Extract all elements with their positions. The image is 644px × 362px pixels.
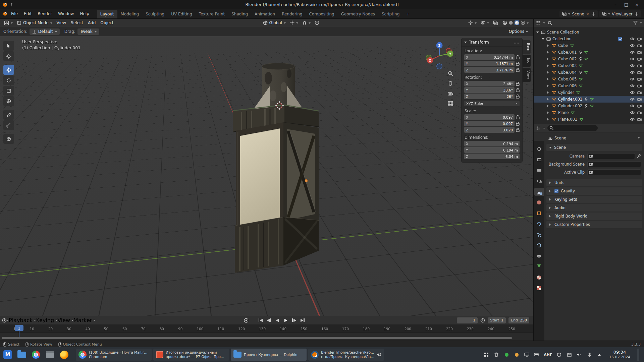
lock-icon[interactable] [516,62,520,66]
snap-magnet-toggle[interactable] [300,19,313,26]
expand-arrow-icon[interactable] [547,71,550,74]
lock-icon[interactable] [516,88,520,92]
eye-icon[interactable] [630,98,635,101]
object-name[interactable]: Plane.001 [558,117,577,122]
workspace-tab[interactable]: Shading [228,10,251,18]
proportional-edit-toggle[interactable] [313,19,321,26]
shading-rendered-icon[interactable] [521,20,525,25]
updates-status-icon[interactable] [503,352,509,358]
eye-icon[interactable] [630,37,635,41]
taskbar-window-button[interactable]: Итоговый индивидуальный проект.docx* — Р… [153,349,229,361]
drag-dropdown[interactable]: Tweak [77,28,99,35]
pan-hand-button[interactable] [447,80,454,87]
scene-section-header[interactable]: Scene [546,144,642,151]
rotate-tool[interactable] [3,75,14,85]
eye-icon[interactable] [630,57,635,61]
viewlayer-new-icon[interactable] [634,12,639,16]
eye-icon[interactable] [630,77,635,81]
lamp-model[interactable] [0,36,533,316]
camera-visibility-icon[interactable] [637,64,642,67]
number-field[interactable]: X-0.097 [464,114,515,120]
camera-visibility-icon[interactable] [637,77,642,81]
object-name[interactable]: Plane [558,110,569,115]
prev-keyframe-button[interactable] [265,317,273,324]
eye-icon[interactable] [630,51,635,54]
minimize-button[interactable]: – [611,1,620,8]
gizmo-z-neg-ball[interactable] [437,64,442,69]
app-launcher-icon[interactable]: M [2,349,13,360]
shield-icon[interactable] [556,352,562,358]
viewlayer-name[interactable]: ViewLayer [612,12,633,16]
number-field[interactable]: Y0.097 [464,121,515,126]
eye-icon[interactable] [630,71,635,74]
eye-icon[interactable] [630,84,635,87]
timeline-menu-item[interactable]: View [57,317,73,323]
number-field[interactable]: Z6.04 m [464,154,520,159]
outliner-object-row[interactable]: Cylinder.002 [534,103,644,109]
camera-visibility-icon[interactable] [637,84,642,87]
outliner-object-row[interactable]: Cylinder.001 [534,96,644,103]
outliner-object-row[interactable]: Cube.002 [534,56,644,62]
camera-visibility-icon[interactable] [637,104,642,108]
properties-editor-icon[interactable] [536,126,541,130]
workspace-tab[interactable]: Animation [251,10,278,18]
expand-arrow-icon[interactable] [547,84,550,87]
frame-end-field[interactable]: End250 [508,317,529,323]
expand-arrow-icon[interactable] [547,111,550,114]
eye-icon[interactable] [630,91,635,94]
transform-orientation-dropdown[interactable]: Global [261,19,288,26]
workspace-tab[interactable]: Rendering [278,10,306,18]
add-cube-tool[interactable] [3,134,14,144]
breadcrumb-label[interactable]: Scene [554,136,566,140]
calendar-icon[interactable] [566,352,572,358]
properties-tab-icon[interactable] [534,156,544,164]
collapsed-panel-header[interactable]: Gravity [546,187,642,195]
properties-tab-icon[interactable] [534,166,544,174]
outliner-object-row[interactable]: Plane.001 [534,116,644,123]
collapsed-panel-header[interactable]: Audio [546,204,642,212]
workspace-tab[interactable]: Modeling [117,10,143,18]
select-box-tool[interactable] [3,41,14,51]
cursor-tool[interactable] [3,51,14,61]
camera-visibility-icon[interactable] [637,37,642,41]
play-reverse-button[interactable] [274,317,281,324]
expand-arrow-icon[interactable] [547,98,550,101]
menu-item[interactable]: Edit [21,9,35,18]
menu-item[interactable]: Window [55,9,77,18]
lock-icon[interactable] [516,68,520,72]
sidebar-tab[interactable]: View [523,68,531,82]
snap-target-icon[interactable] [288,19,300,26]
number-field[interactable]: Y0.194 m [464,147,520,153]
rotation-mode-dropdown[interactable]: XYZ Euler [464,101,520,106]
measure-tool[interactable] [3,120,14,130]
transform-panel-title[interactable]: Transform [469,40,489,45]
expand-arrow-icon[interactable] [547,105,550,107]
collapsed-panel-header[interactable]: Rigid Body World [546,213,642,220]
camera-visibility-icon[interactable] [637,98,642,101]
timeline-editor-icon[interactable] [2,318,7,323]
outliner-object-row[interactable]: Cube.005 [534,76,644,82]
app-launcher-icon[interactable] [16,349,28,360]
camera-visibility-icon[interactable] [637,71,642,74]
eye-icon[interactable] [630,104,635,108]
properties-tab-icon[interactable] [534,177,544,185]
panel-grip-icon[interactable]: :::: [514,41,520,44]
lock-icon[interactable] [516,128,520,132]
number-field[interactable]: Z3.020 [464,127,515,133]
orientation-dropdown[interactable]: Default [30,28,60,35]
trash-icon[interactable] [493,352,499,358]
workspace-tab[interactable]: Layout [97,10,117,18]
object-name[interactable]: Cylinder [558,90,574,95]
filter-icon[interactable] [633,20,638,25]
audio-indicator-icon[interactable] [377,353,381,357]
3d-viewport[interactable]: User Perspective (1) Collection | Cylind… [0,36,533,316]
timeline-menu-item[interactable]: Playback [9,317,36,323]
camera-view-button[interactable] [447,90,454,97]
number-field[interactable]: Z-26° [464,94,515,99]
object-name[interactable]: Cube [558,43,568,48]
display-icon[interactable] [524,352,530,358]
jump-to-end-button[interactable] [299,317,306,324]
show-gizmo-toggle[interactable] [466,19,479,26]
collection-label[interactable]: Collection [552,37,572,41]
expand-arrow-icon[interactable] [547,91,550,94]
